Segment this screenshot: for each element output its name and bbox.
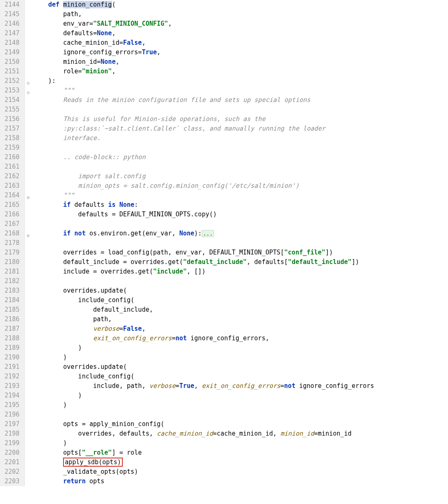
line-number[interactable]: 2184 <box>2 296 19 305</box>
code-line[interactable]: if not os.environ.get(env_var, None):... <box>33 229 448 238</box>
fold-column[interactable]: ⊟⊟⊞⊞ <box>25 0 32 486</box>
line-number[interactable]: 2153 <box>2 86 19 95</box>
code-line[interactable]: interface. <box>33 133 448 143</box>
code-line[interactable]: exit_on_config_errors=not ignore_config_… <box>33 334 448 343</box>
line-number[interactable]: 2182 <box>2 276 19 286</box>
line-number[interactable]: 2146 <box>2 19 19 29</box>
code-line[interactable]: overrides.update( <box>33 286 448 296</box>
line-number[interactable]: 2157 <box>2 124 19 133</box>
code-line[interactable]: defaults = DEFAULT_MINION_OPTS.copy() <box>33 210 448 219</box>
line-number[interactable]: 2149 <box>2 48 19 57</box>
code-line[interactable]: minion_opts = salt.config.minion_config(… <box>33 181 448 191</box>
line-number[interactable]: 2185 <box>2 305 19 315</box>
line-number[interactable]: 2168 <box>2 229 19 238</box>
line-number[interactable]: 2199 <box>2 439 19 448</box>
line-number[interactable]: 2191 <box>2 362 19 372</box>
line-number[interactable]: 2198 <box>2 429 19 439</box>
code-line[interactable]: ignore_config_errors=True, <box>33 48 448 57</box>
line-number[interactable]: 2161 <box>2 162 19 172</box>
line-number-gutter[interactable]: 2144214521462147214821492150215121522153… <box>0 0 25 486</box>
line-number[interactable]: 2200 <box>2 448 19 458</box>
line-number[interactable]: 2144 <box>2 0 19 10</box>
line-number[interactable]: 2166 <box>2 210 19 219</box>
line-number[interactable]: 2163 <box>2 181 19 191</box>
line-number[interactable]: 2201 <box>2 458 19 467</box>
line-number[interactable]: 2147 <box>2 29 19 38</box>
code-line[interactable]: verbose=False, <box>33 324 448 334</box>
line-number[interactable]: 2160 <box>2 153 19 162</box>
code-line[interactable]: ) <box>33 343 448 353</box>
code-line[interactable]: import salt.config <box>33 172 448 181</box>
code-line[interactable]: include = overrides.get("include", []) <box>33 267 448 276</box>
line-number[interactable]: 2148 <box>2 38 19 48</box>
line-number[interactable]: 2181 <box>2 267 19 276</box>
line-number[interactable]: 2186 <box>2 315 19 324</box>
line-number[interactable]: 2194 <box>2 391 19 400</box>
line-number[interactable]: 2197 <box>2 419 19 429</box>
code-area[interactable]: def minion_config( path, env_var="SALT_M… <box>32 0 448 486</box>
code-line[interactable]: opts = apply_minion_config( <box>33 419 448 429</box>
code-line[interactable]: default_include = overrides.get("default… <box>33 257 448 267</box>
code-line[interactable]: if defaults is None: <box>33 200 448 210</box>
fold-toggle-icon[interactable]: ⊞ <box>26 193 31 198</box>
code-line[interactable]: .. code-block:: python <box>33 153 448 162</box>
code-line[interactable]: ) <box>33 400 448 410</box>
code-line[interactable]: """ <box>33 191 448 200</box>
line-number[interactable]: 2192 <box>2 372 19 381</box>
line-number[interactable]: 2165 <box>2 200 19 210</box>
code-line[interactable]: _validate_opts(opts) <box>33 467 448 477</box>
code-line[interactable] <box>33 238 448 248</box>
code-line[interactable]: include, path, verbose=True, exit_on_con… <box>33 381 448 391</box>
code-line[interactable]: include_config( <box>33 372 448 381</box>
line-number[interactable]: 2150 <box>2 57 19 67</box>
code-line[interactable]: role="minion", <box>33 67 448 76</box>
code-line[interactable]: Reads in the minion configuration file a… <box>33 95 448 105</box>
line-number[interactable]: 2167 <box>2 219 19 229</box>
line-number[interactable]: 2180 <box>2 257 19 267</box>
code-line[interactable]: path, <box>33 315 448 324</box>
code-line[interactable]: ): <box>33 76 448 86</box>
code-line[interactable]: return opts <box>33 477 448 486</box>
code-line[interactable]: cache_minion_id=False, <box>33 38 448 48</box>
line-number[interactable]: 2178 <box>2 238 19 248</box>
line-number[interactable]: 2164 <box>2 191 19 200</box>
fold-toggle-icon[interactable]: ⊟ <box>26 78 31 83</box>
code-line[interactable]: default_include, <box>33 305 448 315</box>
code-line[interactable]: overrides, defaults, cache_minion_id=cac… <box>33 429 448 439</box>
line-number[interactable]: 2151 <box>2 67 19 76</box>
code-line[interactable]: This is useful for Minion-side operation… <box>33 114 448 124</box>
line-number[interactable]: 2152 <box>2 76 19 86</box>
line-number[interactable]: 2202 <box>2 467 19 477</box>
fold-toggle-icon[interactable]: ⊟ <box>26 88 31 93</box>
code-line[interactable]: opts["__role"] = role <box>33 448 448 458</box>
code-line[interactable] <box>33 276 448 286</box>
line-number[interactable]: 2179 <box>2 248 19 257</box>
line-number[interactable]: 2158 <box>2 133 19 143</box>
code-line[interactable]: ) <box>33 391 448 400</box>
line-number[interactable]: 2145 <box>2 10 19 19</box>
code-line[interactable] <box>33 105 448 114</box>
code-line[interactable]: defaults=None, <box>33 29 448 38</box>
line-number[interactable]: 2162 <box>2 172 19 181</box>
code-line[interactable]: :py:class:`~salt.client.Caller` class, a… <box>33 124 448 133</box>
code-line[interactable]: overrides = load_config(path, env_var, D… <box>33 248 448 257</box>
line-number[interactable]: 2203 <box>2 477 19 486</box>
code-line[interactable]: ) <box>33 439 448 448</box>
code-line[interactable]: def minion_config( <box>33 0 448 10</box>
line-number[interactable]: 2156 <box>2 114 19 124</box>
code-line[interactable]: ) <box>33 353 448 362</box>
code-line[interactable] <box>33 162 448 172</box>
line-number[interactable]: 2187 <box>2 324 19 334</box>
line-number[interactable]: 2155 <box>2 105 19 114</box>
code-line[interactable] <box>33 143 448 153</box>
line-number[interactable]: 2183 <box>2 286 19 296</box>
line-number[interactable]: 2190 <box>2 353 19 362</box>
code-line[interactable]: minion_id=None, <box>33 57 448 67</box>
code-line[interactable]: overrides.update( <box>33 362 448 372</box>
line-number[interactable]: 2159 <box>2 143 19 153</box>
code-line[interactable]: """ <box>33 86 448 95</box>
code-line[interactable]: path, <box>33 10 448 19</box>
code-line[interactable] <box>33 219 448 229</box>
line-number[interactable]: 2193 <box>2 381 19 391</box>
code-line[interactable]: apply_sdb(opts) <box>33 458 448 467</box>
